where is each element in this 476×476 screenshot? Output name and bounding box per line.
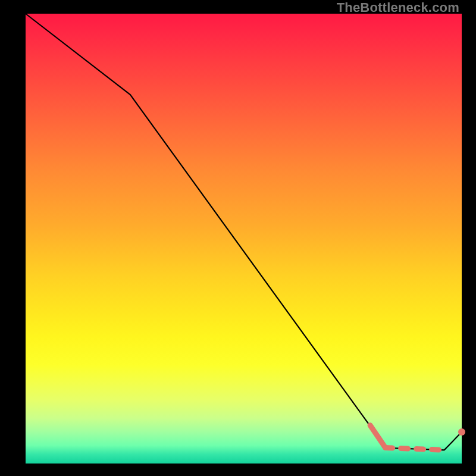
chart-svg [26, 14, 462, 464]
highlight-dashed [386, 448, 444, 450]
watermark-text: TheBottleneck.com [337, 1, 459, 14]
bottleneck-curve [26, 14, 462, 450]
svg-point-0 [458, 428, 465, 436]
end-marker [458, 428, 465, 436]
highlight-solid [370, 425, 386, 448]
chart-frame: TheBottleneck.com [0, 0, 476, 476]
